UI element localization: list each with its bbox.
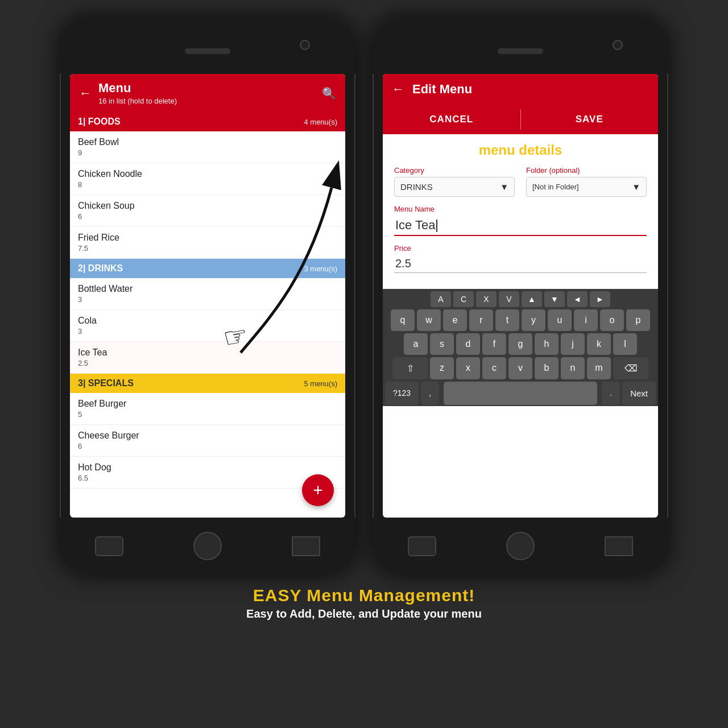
save-button[interactable]: SAVE — [521, 105, 659, 134]
price-label: Price — [394, 244, 647, 253]
text-cursor — [436, 220, 437, 232]
phone-2-recents-btn[interactable] — [605, 536, 633, 556]
menu-header: ← Menu 16 in list (hold to delete) 🔍 — [70, 74, 345, 112]
kb-t[interactable]: t — [495, 309, 519, 331]
kb-g[interactable]: g — [508, 333, 532, 355]
kb-key-x[interactable]: X — [476, 291, 497, 307]
kb-e[interactable]: e — [443, 309, 467, 331]
kb-x2[interactable]: x — [456, 357, 480, 379]
kb-z[interactable]: z — [430, 357, 454, 379]
drinks-section-header: 2| DRINKS 3 menu(s) — [70, 259, 345, 278]
list-item[interactable]: Beef Bowl 9 — [70, 131, 345, 163]
folder-label: Folder (optional) — [526, 166, 647, 175]
kb-u[interactable]: u — [548, 309, 572, 331]
kb-b[interactable]: b — [535, 357, 559, 379]
folder-dropdown-icon: ▼ — [632, 182, 640, 192]
category-label: Category — [394, 166, 515, 175]
kb-p[interactable]: p — [626, 309, 650, 331]
drinks-section-count: 3 menu(s) — [304, 264, 337, 273]
specials-section-count: 5 menu(s) — [304, 379, 337, 388]
edit-header: ← Edit Menu — [383, 74, 658, 105]
kb-m[interactable]: m — [587, 357, 611, 379]
kb-k[interactable]: k — [587, 333, 611, 355]
list-item[interactable]: Fried Rice 7.5 — [70, 227, 345, 259]
phone-recents-btn[interactable] — [292, 536, 320, 556]
kb-key-down[interactable]: ▼ — [544, 291, 565, 307]
kb-h[interactable]: h — [535, 333, 559, 355]
menu-name-input[interactable]: Ice Tea — [394, 216, 647, 236]
keyboard-utility-row: A C X V ▲ ▼ ◄ ► — [385, 291, 656, 307]
keyboard: A C X V ▲ ▼ ◄ ► q w e r — [383, 289, 658, 406]
list-item[interactable]: Chicken Soup 6 — [70, 195, 345, 227]
bottom-sub-text: Easy to Add, Delete, and Update your men… — [246, 607, 482, 621]
kb-key-right[interactable]: ► — [590, 291, 610, 307]
phone-2-home-btn[interactable] — [506, 532, 535, 560]
kb-shift[interactable]: ⇧ — [392, 357, 428, 379]
phone-home-btn[interactable] — [193, 532, 222, 560]
menu-title: Menu — [98, 81, 322, 96]
kb-i[interactable]: i — [574, 309, 598, 331]
drinks-section-title: 2| DRINKS — [78, 263, 123, 274]
kb-period[interactable]: . — [602, 382, 620, 405]
list-item[interactable]: Cheese Burger 6 — [70, 425, 345, 457]
kb-r[interactable]: r — [469, 309, 493, 331]
back-icon[interactable]: ← — [79, 86, 92, 101]
kb-next[interactable]: Next — [622, 382, 656, 405]
kb-backspace[interactable]: ⌫ — [613, 357, 648, 379]
action-bar: CANCEL SAVE — [383, 105, 658, 134]
price-group: Price 2.5 — [394, 244, 647, 273]
category-field: Category DRINKS ▼ — [394, 166, 515, 197]
edit-menu-screen: ← Edit Menu CANCEL SAVE menu details Cat… — [383, 74, 658, 518]
category-dropdown-icon: ▼ — [500, 182, 508, 192]
kb-c2[interactable]: c — [482, 357, 506, 379]
bottom-text-section: EASY Menu Management! Easy to Add, Delet… — [246, 586, 482, 621]
form-section: menu details Category DRINKS ▼ Folder (o… — [383, 134, 658, 289]
foods-section-header: 1| FOODS 4 menu(s) — [70, 112, 345, 131]
category-select[interactable]: DRINKS ▼ — [394, 177, 515, 197]
phone-bottom — [60, 518, 355, 574]
menu-subtitle: 16 in list (hold to delete) — [98, 97, 322, 105]
specials-section-title: 3| SPECIALS — [78, 378, 134, 388]
phone-2-back-btn[interactable] — [408, 536, 436, 556]
kb-key-c[interactable]: C — [453, 291, 474, 307]
folder-select[interactable]: [Not in Folder] ▼ — [526, 177, 647, 197]
menu-name-label: Menu Name — [394, 205, 647, 213]
kb-o[interactable]: o — [600, 309, 624, 331]
kb-key-up[interactable]: ▲ — [522, 291, 542, 307]
phone-back-btn[interactable] — [95, 536, 123, 556]
search-icon[interactable]: 🔍 — [322, 86, 336, 100]
kb-comma[interactable]: , — [421, 382, 439, 405]
ice-tea-item[interactable]: Ice Tea 2.5 — [70, 342, 345, 374]
edit-title: Edit Menu — [412, 82, 472, 97]
list-item[interactable]: Chicken Noodle 8 — [70, 163, 345, 195]
kb-f[interactable]: f — [482, 333, 506, 355]
kb-j[interactable]: j — [561, 333, 585, 355]
kb-d[interactable]: d — [456, 333, 480, 355]
kb-l[interactable]: l — [613, 333, 637, 355]
kb-w[interactable]: w — [417, 309, 441, 331]
edit-back-icon[interactable]: ← — [392, 82, 404, 97]
keyboard-row-2: a s d f g h j k l — [385, 333, 656, 355]
kb-v2[interactable]: v — [508, 357, 532, 379]
add-menu-button[interactable]: + — [302, 474, 334, 506]
kb-q[interactable]: q — [391, 309, 415, 331]
kb-y[interactable]: y — [522, 309, 545, 331]
kb-space[interactable] — [444, 382, 597, 405]
cancel-button[interactable]: CANCEL — [383, 105, 520, 134]
kb-key-left[interactable]: ◄ — [567, 291, 588, 307]
kb-key-a[interactable]: A — [431, 291, 451, 307]
kb-numbers[interactable]: ?123 — [385, 382, 419, 405]
keyboard-row-1: q w e r t y u i o p — [385, 309, 656, 331]
price-input[interactable]: 2.5 — [394, 255, 647, 273]
kb-s[interactable]: s — [430, 333, 454, 355]
list-item[interactable]: Bottled Water 3 — [70, 278, 345, 310]
category-value: DRINKS — [400, 182, 433, 192]
list-item[interactable]: Cola 3 — [70, 310, 345, 342]
kb-a[interactable]: a — [404, 333, 428, 355]
kb-key-v[interactable]: V — [499, 291, 519, 307]
folder-field: Folder (optional) [Not in Folder] ▼ — [526, 166, 647, 197]
menu-screen: ← Menu 16 in list (hold to delete) 🔍 1| … — [70, 74, 345, 518]
kb-n[interactable]: n — [561, 357, 585, 379]
keyboard-row-3: ⇧ z x c v b n m ⌫ — [385, 357, 656, 379]
list-item[interactable]: Beef Burger 5 — [70, 393, 345, 425]
